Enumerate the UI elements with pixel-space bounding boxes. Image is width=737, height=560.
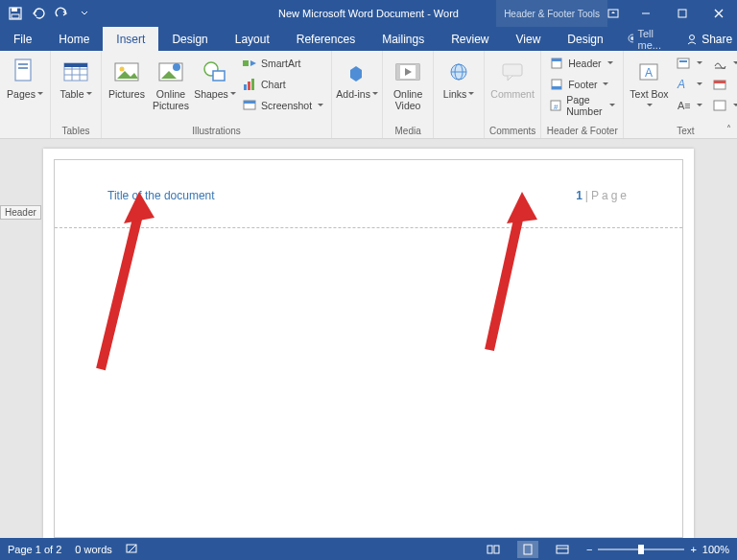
save-icon[interactable] — [8, 6, 23, 21]
share-label: Share — [701, 33, 732, 46]
svg-rect-37 — [503, 64, 522, 76]
table-icon — [60, 57, 91, 87]
tab-review[interactable]: Review — [438, 27, 502, 51]
date-time-icon — [712, 77, 727, 92]
page[interactable]: Title of the document 1|Page — [43, 149, 694, 538]
minimize-button[interactable] — [628, 0, 664, 27]
drop-cap-button[interactable]: A≡ — [672, 95, 706, 116]
group-hf-label: Header & Footer — [545, 125, 619, 138]
svg-rect-10 — [15, 59, 31, 81]
comment-label: Comment — [490, 89, 535, 101]
table-button[interactable]: Table — [55, 53, 97, 101]
online-video-label: Online Video — [387, 89, 429, 111]
svg-rect-2 — [12, 14, 19, 18]
read-mode-button[interactable] — [483, 541, 504, 558]
zoom-slider[interactable] — [598, 548, 684, 550]
zoom-level[interactable]: 100% — [702, 544, 729, 555]
tab-references[interactable]: References — [283, 27, 368, 51]
zoom-out-button[interactable]: − — [586, 544, 592, 555]
table-label: Table — [59, 89, 91, 101]
tab-home[interactable]: Home — [45, 27, 103, 51]
svg-rect-27 — [248, 82, 250, 90]
qat-more-icon[interactable] — [77, 6, 92, 21]
proofing-icon[interactable] — [126, 543, 139, 556]
smartart-button[interactable]: SmartArt — [238, 53, 327, 74]
addins-label: Add-ins — [336, 89, 378, 101]
header-button[interactable]: Header — [545, 53, 619, 74]
svg-line-60 — [129, 545, 136, 552]
online-video-button[interactable]: Online Video — [387, 53, 429, 111]
svg-rect-47 — [679, 60, 687, 62]
tab-file[interactable]: File — [0, 27, 45, 51]
video-icon — [392, 57, 423, 87]
group-media: Online Video Media — [383, 51, 434, 138]
shapes-button[interactable]: Shapes — [194, 53, 236, 101]
signature-line-button[interactable] — [708, 53, 737, 74]
tab-header-footer-design[interactable]: Design — [554, 27, 616, 51]
wordart-button[interactable]: A — [672, 74, 706, 95]
share-button[interactable]: Share — [675, 27, 737, 51]
addins-icon — [342, 57, 372, 87]
tab-view[interactable]: View — [503, 27, 555, 51]
quick-parts-button[interactable] — [672, 53, 706, 74]
page-indicator[interactable]: Page 1 of 2 — [8, 544, 61, 555]
page-number-button[interactable]: #Page Number — [545, 95, 619, 116]
date-time-button[interactable] — [708, 74, 737, 95]
comment-icon — [497, 57, 528, 87]
svg-rect-1 — [12, 8, 17, 12]
header-icon — [549, 56, 564, 71]
tab-design[interactable]: Design — [158, 27, 221, 51]
links-button[interactable]: Links — [438, 53, 480, 101]
pages-label: Pages — [7, 89, 43, 101]
tell-me-label: Tell me... — [637, 28, 665, 51]
svg-rect-46 — [678, 58, 689, 68]
group-comments-label: Comments — [488, 125, 536, 138]
pages-button[interactable]: Pages — [4, 53, 46, 101]
svg-rect-32 — [396, 64, 400, 80]
word-count[interactable]: 0 words — [75, 544, 112, 555]
group-addins: Add-ins — [332, 51, 383, 138]
ribbon-display-options-icon[interactable] — [599, 0, 628, 27]
object-button[interactable] — [708, 95, 737, 116]
group-header-footer: Header Footer #Page Number Header & Foot… — [541, 51, 624, 138]
svg-text:#: # — [554, 103, 559, 111]
header-page-number[interactable]: 1|Page — [576, 189, 630, 202]
svg-point-9 — [690, 35, 695, 39]
ribbon-tabs: File Home Insert Design Layout Reference… — [0, 27, 737, 51]
page-header[interactable]: Title of the document 1|Page — [107, 189, 630, 202]
undo-icon[interactable] — [31, 6, 46, 21]
window-title: New Microsoft Word Document - Word — [278, 8, 459, 19]
redo-icon[interactable] — [54, 6, 69, 21]
object-icon — [712, 98, 727, 113]
tab-mailings[interactable]: Mailings — [368, 27, 438, 51]
addins-button[interactable]: Add-ins — [336, 53, 378, 101]
tell-me-search[interactable]: Tell me... — [617, 27, 675, 51]
footer-label: Footer — [568, 79, 597, 90]
group-text-label: Text — [628, 125, 737, 138]
collapse-ribbon-button[interactable]: ˄ — [726, 124, 731, 134]
maximize-button[interactable] — [664, 0, 701, 27]
tab-insert[interactable]: Insert — [103, 27, 158, 51]
pictures-button[interactable]: Pictures — [106, 53, 148, 101]
svg-point-20 — [120, 67, 125, 72]
online-pictures-button[interactable]: Online Pictures — [150, 53, 192, 111]
pages-icon — [10, 57, 40, 87]
close-button[interactable] — [701, 0, 737, 27]
svg-rect-26 — [244, 84, 247, 90]
svg-text:A≡: A≡ — [678, 100, 690, 111]
online-pictures-icon — [155, 57, 186, 87]
svg-point-8 — [630, 36, 634, 40]
zoom-in-button[interactable]: + — [690, 544, 696, 555]
print-layout-button[interactable] — [517, 541, 538, 558]
header-region-tag: Header — [0, 205, 41, 220]
header-title-text[interactable]: Title of the document — [107, 189, 215, 202]
shapes-icon — [200, 57, 230, 87]
screenshot-button[interactable]: Screenshot — [238, 95, 327, 116]
window-controls — [599, 0, 737, 27]
tab-layout[interactable]: Layout — [222, 27, 283, 51]
group-illustrations: Pictures Online Pictures Shapes SmartArt… — [102, 51, 332, 138]
chart-button[interactable]: Chart — [238, 74, 327, 95]
web-layout-button[interactable] — [552, 541, 573, 558]
text-box-button[interactable]: A Text Box — [628, 53, 670, 111]
footer-button[interactable]: Footer — [545, 74, 619, 95]
